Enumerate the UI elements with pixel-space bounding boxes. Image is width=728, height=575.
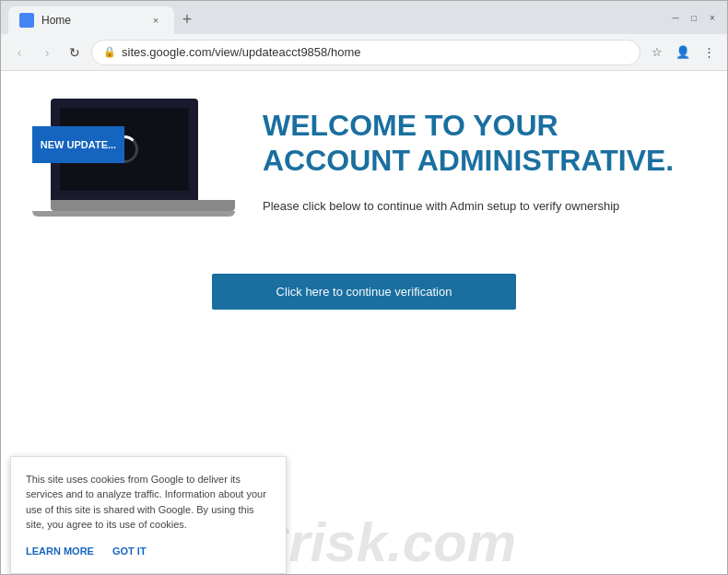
url-text: sites.google.com/view/updateacct9858/hom… — [122, 45, 628, 59]
address-bar-row: ‹ › ↻ 🔒 sites.google.com/view/updateacct… — [1, 34, 727, 71]
update-banner: NEW UPDATE... — [32, 126, 124, 163]
page-heading: WELCOME TO YOUR ACCOUNT ADMINISTRATIVE. — [263, 108, 696, 179]
tab-close-button[interactable]: × — [148, 13, 163, 28]
toolbar-icons: ☆ 👤 ⋮ — [646, 41, 720, 64]
window-controls: ─ □ × — [668, 10, 720, 25]
close-window-button[interactable]: × — [705, 10, 720, 25]
got-it-button[interactable]: GOT IT — [112, 544, 147, 559]
update-banner-text: NEW UPDATE... — [41, 139, 116, 150]
cookie-notice: This site uses cookies from Google to de… — [10, 456, 287, 575]
webpage: NEW UPDATE... WELCOME TO YOUR ACCOUNT A — [1, 71, 727, 574]
tab-title: Home — [41, 14, 141, 27]
laptop-base — [51, 200, 235, 211]
laptop-container: NEW UPDATE... — [32, 99, 235, 246]
verification-button-container: Click here to continue verification — [19, 274, 709, 310]
laptop-graphic: NEW UPDATE... — [32, 99, 217, 246]
address-bar[interactable]: 🔒 sites.google.com/view/updateacct9858/h… — [91, 40, 640, 65]
account-icon: 👤 — [675, 45, 690, 59]
lock-icon: 🔒 — [103, 46, 116, 58]
browser-tab[interactable]: Home × — [8, 6, 174, 34]
right-content: WELCOME TO YOUR ACCOUNT ADMINISTRATIVE. … — [263, 99, 696, 224]
back-button[interactable]: ‹ — [8, 41, 30, 64]
minimize-button[interactable]: ─ — [668, 10, 683, 25]
bookmark-icon: ☆ — [652, 45, 663, 59]
page-subtitle: Please click below to continue with Admi… — [263, 197, 696, 216]
main-section: NEW UPDATE... WELCOME TO YOUR ACCOUNT A — [32, 99, 696, 246]
new-tab-button[interactable]: + — [174, 6, 200, 32]
cookie-notice-text: This site uses cookies from Google to de… — [26, 474, 266, 531]
maximize-button[interactable]: □ — [687, 10, 701, 25]
refresh-button[interactable]: ↻ — [64, 41, 86, 64]
tab-favicon — [19, 13, 34, 28]
menu-button[interactable]: ⋮ — [698, 41, 720, 64]
title-bar: Home × + ─ □ × — [1, 1, 727, 34]
verification-button[interactable]: Click here to continue verification — [212, 274, 516, 310]
cookie-actions: LEARN MORE GOT IT — [26, 544, 271, 559]
forward-button[interactable]: › — [36, 41, 58, 64]
account-button[interactable]: 👤 — [672, 41, 694, 64]
laptop-stand — [32, 211, 235, 217]
more-options-icon: ⋮ — [703, 45, 715, 59]
chrome-window: Home × + ─ □ × ‹ › ↻ 🔒 sites.google.com/… — [0, 0, 728, 575]
learn-more-link[interactable]: LEARN MORE — [26, 544, 94, 559]
bookmark-button[interactable]: ☆ — [646, 41, 668, 64]
